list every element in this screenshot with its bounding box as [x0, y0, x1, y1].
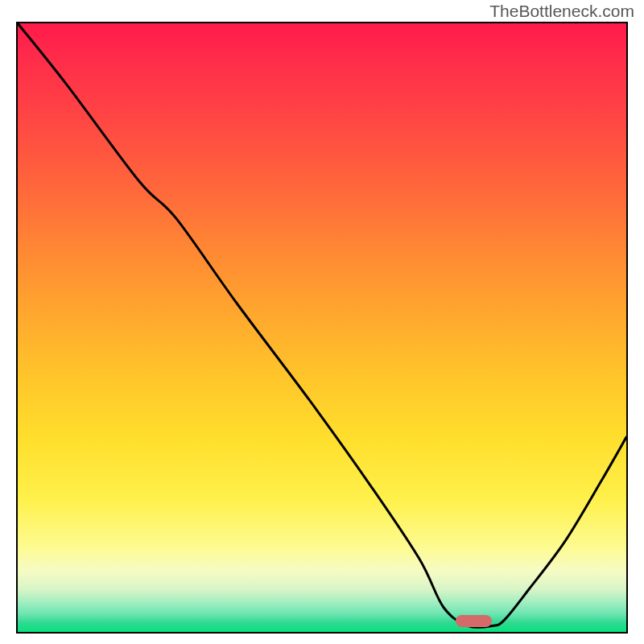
bottleneck-curve	[18, 23, 626, 627]
bottleneck-chart: TheBottleneck.com	[0, 0, 644, 644]
watermark-text: TheBottleneck.com	[489, 2, 634, 21]
optimum-marker	[456, 615, 492, 627]
plot-area	[16, 22, 628, 634]
curve-svg	[18, 23, 626, 632]
